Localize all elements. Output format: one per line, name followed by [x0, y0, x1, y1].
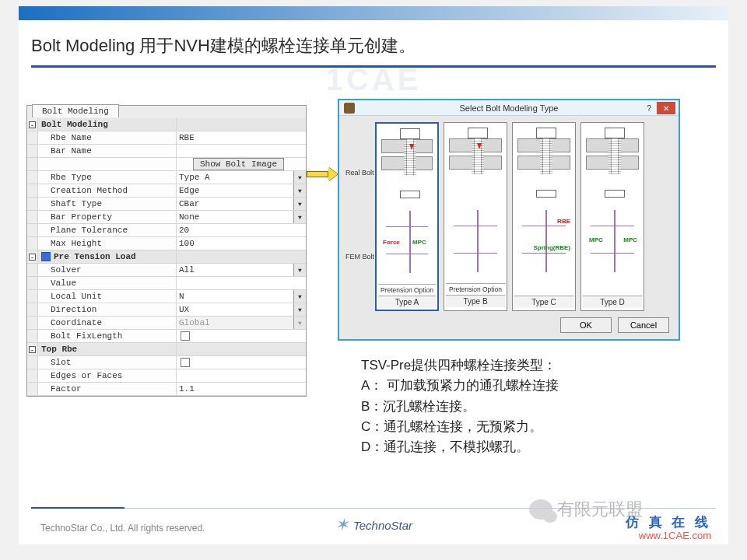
collapse-icon[interactable]: -	[29, 254, 36, 261]
prop-value[interactable]: 100	[177, 237, 306, 250]
show-bolt-image-button[interactable]: Show Bolt Image	[193, 158, 284, 170]
prop-label	[38, 158, 177, 170]
prop-row-pre-3: DirectionUX▼	[27, 303, 306, 317]
prop-row-bolt-5: Shaft TypeCBar▼	[27, 198, 306, 211]
prop-label: Slot	[38, 356, 177, 369]
prop-value[interactable]: None▼	[177, 211, 306, 223]
prop-row-pre-1: Value	[27, 277, 306, 290]
footer-brand: ✶ TechnoStar	[335, 515, 412, 535]
chevron-down-icon[interactable]: ▼	[293, 211, 306, 223]
chevron-down-icon[interactable]: ▼	[293, 264, 306, 276]
pretension-label: Pretension Option	[378, 284, 436, 296]
prop-row-pre-5: Bolt FixLength	[27, 330, 306, 343]
prop-value[interactable]: 1.1	[177, 383, 306, 395]
prop-value[interactable]: Show Bolt Image	[177, 158, 306, 170]
prop-row-bolt-1: Bar Name	[27, 145, 306, 158]
prop-label: Bar Property	[38, 211, 177, 223]
footer-copyright: TechnoStar Co., Ltd. All rights reserved…	[40, 523, 205, 534]
pretension-check-icon[interactable]	[41, 252, 51, 261]
prop-value[interactable]: CBar▼	[177, 198, 306, 210]
label-fem-bolt: FEM Bolt	[345, 253, 374, 261]
prop-row-pre-4: CoordinateGlobal▼	[27, 317, 306, 330]
bolt-type-card-a[interactable]: ForceMPCPretension OptionType A	[375, 122, 439, 311]
chevron-down-icon[interactable]: ▼	[293, 198, 306, 210]
arrow-icon	[307, 167, 338, 181]
site-watermark: 仿 真 在 线 www.1CAE.com	[626, 516, 711, 541]
cancel-button[interactable]: Cancel	[618, 317, 669, 333]
prop-label: Rbe Name	[38, 131, 177, 144]
prop-value[interactable]: Edge▼	[177, 184, 306, 197]
section-top-rbe[interactable]: - Top Rbe	[27, 343, 306, 356]
prop-label: Plane Tolerance	[38, 224, 177, 236]
prop-label: Factor	[38, 383, 177, 395]
prop-row-bolt-2: Show Bolt Image	[27, 158, 306, 171]
prop-label: Shaft Type	[38, 198, 177, 210]
section-pre-tension-load[interactable]: - Pre Tension Load	[27, 250, 306, 264]
bolt-type-card-c[interactable]: RBESpring(RBE)Type C	[512, 122, 576, 311]
ok-button[interactable]: OK	[560, 317, 612, 333]
chevron-down-icon[interactable]: ▼	[293, 184, 306, 197]
prop-value[interactable]: RBE	[177, 131, 306, 144]
wechat-icon	[529, 499, 552, 520]
checkbox[interactable]	[181, 331, 190, 341]
collapse-icon[interactable]: -	[29, 346, 36, 353]
type-label: Type C	[514, 296, 573, 308]
prop-label: Max Height	[38, 237, 177, 250]
bolt-type-card-d[interactable]: MPCMPCType D	[580, 122, 644, 311]
prop-label: Rbe Type	[38, 171, 177, 184]
chevron-down-icon[interactable]: ▼	[293, 290, 306, 303]
dialog-title-text: Select Bolt Modeling Type	[460, 103, 559, 113]
prop-row-bolt-7: Plane Tolerance20	[27, 224, 306, 237]
checkbox[interactable]	[181, 358, 190, 367]
prop-row-bolt-6: Bar PropertyNone▼	[27, 211, 306, 224]
type-label: Type A	[378, 296, 436, 308]
label-real-bolt: Real Bolt	[345, 169, 374, 177]
close-icon[interactable]: ✕	[657, 102, 675, 114]
chevron-down-icon[interactable]: ▼	[293, 171, 306, 184]
prop-value[interactable]: Global▼	[177, 317, 306, 329]
prop-row-bolt-8: Max Height100	[27, 237, 306, 250]
prop-value[interactable]: Type A▼	[177, 171, 306, 184]
prop-row-bolt-0: Rbe NameRBE	[27, 131, 306, 145]
bolt-type-card-b[interactable]: Pretension OptionType B	[444, 122, 507, 311]
pretension-label: Pretension Option	[446, 283, 505, 295]
select-bolt-type-dialog: Select Bolt Modeling Type ? ✕ Real Bolt …	[338, 99, 680, 341]
prop-row-top-0: Slot	[27, 356, 306, 369]
prop-row-top-1: Edges or Faces	[27, 369, 306, 383]
tab-bolt-modeling[interactable]: Bolt Modeling	[32, 104, 119, 117]
slide-title: Bolt Modeling 用于NVH建模的螺栓连接单元创建。	[19, 20, 728, 65]
dialog-titlebar: Select Bolt Modeling Type ? ✕	[339, 100, 679, 116]
prop-value[interactable]: All▼	[177, 264, 306, 276]
section-bolt-modeling[interactable]: - Bolt Modeling	[27, 118, 306, 131]
prop-label: Bar Name	[38, 145, 177, 157]
prop-value[interactable]: N▼	[177, 290, 306, 303]
prop-value[interactable]	[177, 369, 306, 382]
type-label: Type B	[446, 295, 505, 307]
help-icon[interactable]: ?	[643, 102, 655, 114]
slide-top-accent	[19, 6, 728, 20]
prop-value[interactable]: 20	[177, 224, 306, 236]
prop-value[interactable]	[177, 330, 306, 342]
prop-row-bolt-3: Rbe TypeType A▼	[27, 171, 306, 184]
prop-label: Local Unit	[38, 290, 177, 303]
prop-value[interactable]: UX▼	[177, 303, 306, 316]
prop-label: Solver	[38, 264, 177, 276]
prop-label: Value	[38, 277, 177, 289]
chevron-down-icon[interactable]: ▼	[293, 303, 306, 316]
description-text: TSV-Pre提供四种螺栓连接类型： A： 可加载预紧力的通孔螺栓连接 B：沉孔…	[361, 355, 559, 458]
prop-row-bolt-4: Creation MethodEdge▼	[27, 184, 306, 198]
prop-label: Direction	[38, 303, 177, 316]
prop-label: Creation Method	[38, 184, 177, 197]
slide: Bolt Modeling 用于NVH建模的螺栓连接单元创建。 1CAE Bol…	[19, 6, 728, 544]
prop-value[interactable]	[177, 277, 306, 289]
prop-row-top-2: Factor1.1	[27, 383, 306, 396]
prop-label: Edges or Faces	[38, 369, 177, 382]
collapse-icon[interactable]: -	[29, 121, 36, 128]
slide-body: 1CAE Bolt Modeling - Bolt Modeling Rbe N…	[19, 68, 728, 99]
prop-label: Coordinate	[38, 317, 177, 329]
chevron-down-icon[interactable]: ▼	[293, 317, 306, 329]
watermark-center: 1CAE	[326, 62, 422, 97]
prop-value[interactable]	[177, 356, 306, 369]
prop-value[interactable]	[177, 145, 306, 157]
prop-row-pre-0: SolverAll▼	[27, 264, 306, 277]
